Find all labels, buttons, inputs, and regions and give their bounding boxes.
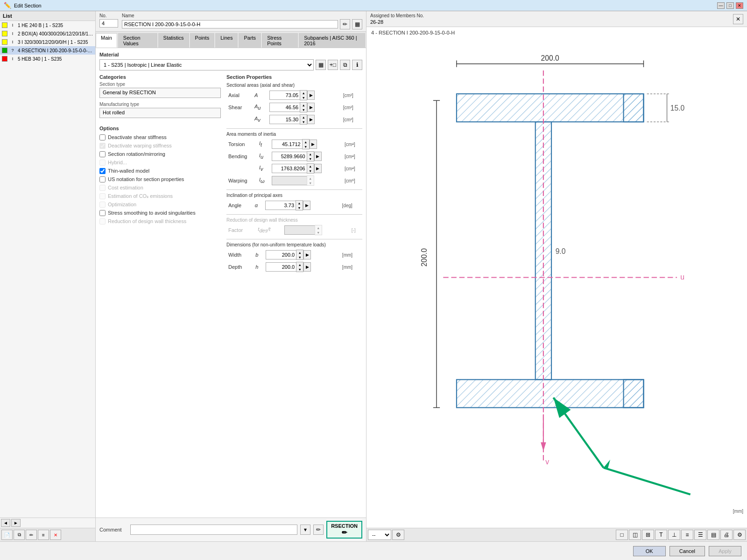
material-table-button[interactable]: ▦: [316, 60, 326, 70]
bending2-down-btn[interactable]: ▼: [307, 168, 314, 173]
axial-down-btn[interactable]: ▼: [300, 95, 307, 100]
tab-parts[interactable]: Parts: [239, 33, 261, 48]
new-section-button[interactable]: 📄: [1, 530, 13, 540]
shear2-arrow-btn[interactable]: ▶: [307, 115, 315, 124]
tab-stress-points[interactable]: Stress Points: [262, 33, 298, 48]
material-info-button[interactable]: ℹ: [352, 60, 362, 70]
toolbar-btn-10[interactable]: ⚙: [733, 530, 746, 540]
shear1-up-btn[interactable]: ▲: [300, 103, 307, 107]
name-edit-button[interactable]: ✏: [340, 19, 350, 29]
toolbar-btn-5[interactable]: ⊥: [668, 530, 680, 540]
axial-up-btn[interactable]: ▲: [300, 91, 307, 95]
props-section-button[interactable]: ≡: [38, 530, 49, 540]
shear2-down-btn[interactable]: ▼: [300, 119, 307, 124]
edit-section-button[interactable]: ✏: [26, 530, 37, 540]
comment-edit-btn[interactable]: ✏: [313, 525, 324, 535]
ok-button[interactable]: OK: [633, 546, 666, 556]
depth-up-btn[interactable]: ▲: [296, 262, 303, 267]
tab-points[interactable]: Points: [190, 33, 215, 48]
tab-section-values[interactable]: Section Values: [118, 33, 157, 48]
angle-down-btn[interactable]: ▼: [296, 205, 303, 210]
torsion-arrow-btn[interactable]: ▶: [310, 140, 317, 149]
width-input[interactable]: [266, 250, 296, 259]
shear1-input[interactable]: [269, 103, 300, 112]
option-checkbox-4[interactable]: [99, 168, 106, 174]
angle-arrow-btn[interactable]: ▶: [303, 201, 310, 210]
close-button[interactable]: ✕: [736, 2, 743, 9]
view-props-btn[interactable]: ⚙: [392, 530, 404, 540]
minimize-button[interactable]: —: [717, 2, 725, 9]
toolbar-btn-8[interactable]: ▤: [707, 530, 719, 540]
toolbar-btn-6[interactable]: ≡: [681, 530, 693, 540]
cancel-button[interactable]: Cancel: [669, 546, 705, 556]
bending1-input[interactable]: [272, 152, 307, 161]
factor-row: Factor tdes/t ▲ ▼: [226, 224, 362, 236]
apply-button[interactable]: Apply: [709, 546, 741, 556]
width-up-btn[interactable]: ▲: [296, 250, 303, 255]
width-down-btn[interactable]: ▼: [296, 255, 303, 259]
shear1-arrow-btn[interactable]: ▶: [307, 103, 315, 112]
nav-next-button[interactable]: ►: [11, 519, 21, 527]
list-item-1[interactable]: I1 HE 240 B | 1 - S235: [0, 21, 95, 29]
shear2-input[interactable]: [269, 115, 300, 124]
name-info-button[interactable]: ▦: [352, 19, 362, 29]
name-input[interactable]: [122, 20, 338, 28]
torsion-up-btn[interactable]: ▲: [303, 140, 309, 144]
option-checkbox-0[interactable]: [99, 134, 106, 140]
factor-up-btn: ▲: [315, 225, 322, 230]
toolbar-btn-4[interactable]: T: [655, 530, 667, 540]
angle-up-btn[interactable]: ▲: [296, 201, 303, 205]
bending1-arrow-btn[interactable]: ▶: [314, 152, 322, 161]
list-item-2[interactable]: I2 BOX(A) 400/300/206/12/20/18/182/0/0 |: [0, 29, 95, 38]
axial-arrow-btn[interactable]: ▶: [307, 91, 315, 100]
list-item-4[interactable]: ?4 RSECTION I 200-200-9-15-0-0-H | 1 - S…: [0, 46, 95, 55]
toolbar-btn-9[interactable]: 🖨: [720, 530, 733, 540]
rsection-button[interactable]: RSECTION ✏: [326, 521, 362, 539]
tab-lines[interactable]: Lines: [215, 33, 238, 48]
bending2-up-btn[interactable]: ▲: [307, 164, 314, 168]
axial-input[interactable]: [269, 91, 300, 100]
material-copy-button[interactable]: ⧉: [340, 60, 350, 70]
maximize-button[interactable]: □: [726, 2, 734, 9]
nav-prev-button[interactable]: ◄: [1, 519, 10, 527]
bending2-arrow-btn[interactable]: ▶: [314, 164, 322, 173]
material-add-button[interactable]: +□: [328, 60, 338, 70]
toolbar-btn-1[interactable]: □: [616, 530, 628, 540]
toolbar-btn-2[interactable]: ◫: [629, 530, 641, 540]
option-checkbox-2[interactable]: [99, 151, 106, 157]
list-item-3[interactable]: I3 I 320/300/12/20/0/0/H | 1 - S235: [0, 38, 95, 46]
shear2-up-btn[interactable]: ▲: [300, 115, 307, 119]
list-item-5[interactable]: I5 HEB 340 | 1 - S235: [0, 55, 95, 63]
copy-section-button[interactable]: ⧉: [14, 530, 25, 540]
view-dropdown[interactable]: --: [368, 530, 391, 540]
svg-rect-13: [624, 379, 644, 407]
section-drawing-svg: 200.0 200.0: [366, 27, 747, 528]
comment-dropdown-btn[interactable]: ▾: [300, 525, 310, 535]
tab-subpanels[interactable]: Subpanels | AISC 360 | 2016: [299, 33, 365, 48]
tab-statistics[interactable]: Statistics: [158, 33, 189, 48]
depth-arrow-btn[interactable]: ▶: [303, 262, 311, 272]
material-select[interactable]: 1 - S235 | Isotropic | Linear Elastic: [99, 59, 314, 70]
comment-input[interactable]: [130, 525, 297, 535]
toolbar-btn-7[interactable]: ☰: [694, 530, 706, 540]
torsion-unit: [cm⁴]: [343, 138, 362, 150]
torsion-down-btn[interactable]: ▼: [303, 144, 309, 149]
shear1-down-btn[interactable]: ▼: [300, 107, 307, 112]
no-input[interactable]: [99, 19, 118, 28]
torsion-input[interactable]: [272, 140, 302, 149]
depth-input[interactable]: [266, 262, 296, 272]
delete-section-button[interactable]: ✕: [50, 530, 61, 540]
width-arrow-btn[interactable]: ▶: [303, 250, 311, 259]
bending1-down-btn[interactable]: ▼: [307, 156, 314, 161]
tab-main[interactable]: Main: [96, 33, 117, 48]
toolbar-btn-3[interactable]: ⊞: [642, 530, 654, 540]
warping-input[interactable]: [272, 176, 307, 185]
angle-input[interactable]: [265, 201, 296, 210]
option-checkbox-9[interactable]: [99, 210, 106, 216]
bending2-input[interactable]: [272, 164, 307, 173]
depth-down-btn[interactable]: ▼: [296, 267, 303, 272]
option-checkbox-5[interactable]: [99, 176, 106, 182]
assigned-action-btn[interactable]: ✕: [733, 14, 743, 24]
warping-row: Warping Iω ▲ ▼: [226, 175, 362, 187]
bending1-up-btn[interactable]: ▲: [307, 152, 314, 156]
